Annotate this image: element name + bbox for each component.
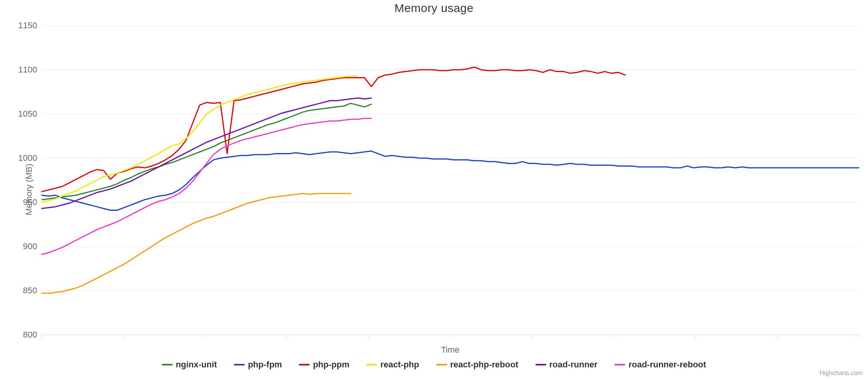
legend-label: road-runner-reboot xyxy=(628,360,706,370)
legend: nginx-unitphp-fpmphp-ppmreact-phpreact-p… xyxy=(0,360,868,370)
y-tick-label: 1150 xyxy=(2,21,37,31)
chart-title: Memory usage xyxy=(0,2,868,15)
legend-item[interactable]: nginx-unit xyxy=(162,360,217,370)
legend-item[interactable]: road-runner xyxy=(535,360,598,370)
legend-item[interactable]: php-ppm xyxy=(299,360,349,370)
plot-area[interactable] xyxy=(42,26,859,335)
y-tick-label: 1000 xyxy=(2,153,37,163)
legend-swatch xyxy=(234,364,245,365)
y-tick-label: 1050 xyxy=(2,109,37,119)
series-line[interactable] xyxy=(42,103,371,200)
legend-swatch xyxy=(614,364,625,365)
legend-item[interactable]: react-php xyxy=(366,360,419,370)
legend-item[interactable]: road-runner-reboot xyxy=(614,360,706,370)
legend-swatch xyxy=(436,364,447,365)
y-tick-label: 950 xyxy=(2,197,37,207)
legend-item[interactable]: react-php-reboot xyxy=(436,360,518,370)
chart-container: Memory usage Memory (MB) 800850900950100… xyxy=(0,0,868,379)
legend-swatch xyxy=(162,364,173,365)
y-tick-label: 850 xyxy=(2,286,37,296)
legend-label: react-php xyxy=(380,360,419,370)
legend-label: road-runner xyxy=(549,360,598,370)
legend-label: nginx-unit xyxy=(176,360,217,370)
y-axis-label: Memory (MB) xyxy=(24,164,34,215)
series-line[interactable] xyxy=(42,118,371,254)
y-tick-label: 1100 xyxy=(2,65,37,75)
y-tick-label: 800 xyxy=(2,330,37,340)
y-tick-label: 900 xyxy=(2,241,37,252)
legend-label: react-php-reboot xyxy=(450,360,518,370)
legend-swatch xyxy=(366,364,377,365)
legend-swatch xyxy=(535,364,546,365)
series-line[interactable] xyxy=(42,193,351,293)
series-line[interactable] xyxy=(42,76,358,202)
legend-item[interactable]: php-fpm xyxy=(234,360,282,370)
legend-label: php-ppm xyxy=(313,360,349,370)
series-line[interactable] xyxy=(42,67,625,191)
legend-swatch xyxy=(299,364,310,365)
credits-link[interactable]: Highcharts.com xyxy=(820,370,863,377)
x-axis-label: Time xyxy=(42,345,859,355)
legend-label: php-fpm xyxy=(248,360,282,370)
